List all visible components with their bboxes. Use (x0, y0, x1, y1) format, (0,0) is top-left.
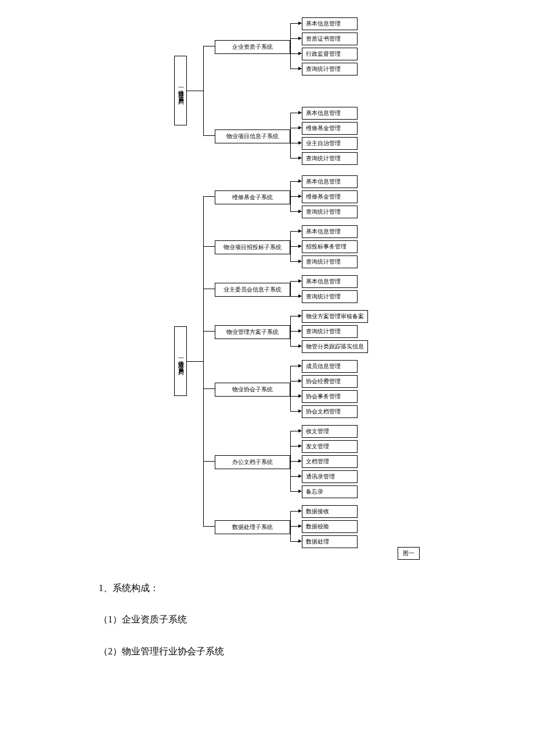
org-diagram: 基本信息管理资质证书管理行政监督管理查询统计管理企业资质子系统基本信息管理维修基… (174, 17, 499, 568)
mid-5: 物业管理方案子系统 (215, 325, 290, 339)
leaf-g0-2: 行政监督管理 (302, 48, 358, 60)
leaf-g2-1: 维修基金管理 (302, 190, 358, 203)
leaf-g8-2: 数据处理 (302, 535, 358, 548)
leaf-g2-0: 基本信息管理 (302, 175, 358, 188)
leaf-g1-1: 维修基金管理 (302, 122, 358, 135)
leaf-g7-3: 通讯录管理 (302, 470, 358, 483)
mid-3: 物业项目招投标子系统 (215, 240, 290, 254)
leaf-g6-2: 协会事务管理 (302, 390, 358, 403)
mid-7: 办公文档子系统 (215, 455, 290, 469)
caption: 图一 (398, 547, 420, 560)
leaf-g1-2: 业主自治管理 (302, 137, 358, 150)
mid-0: 企业资质子系统 (215, 40, 290, 54)
leaf-g8-1: 数据校验 (302, 520, 358, 533)
leaf-g3-2: 查询统计管理 (302, 255, 358, 268)
mid-8: 数据处理子系统 (215, 520, 290, 534)
item-2: （2）物业管理行业协会子系统 (99, 640, 534, 663)
leaf-g1-3: 查询统计管理 (302, 152, 358, 165)
leaf-g1-0: 基本信息管理 (302, 107, 358, 120)
leaf-g7-4: 备忘录 (302, 485, 358, 498)
leaf-g5-1: 查询统计管理 (302, 325, 358, 338)
leaf-g6-0: 成员信息管理 (302, 360, 358, 373)
leaf-g0-3: 查询统计管理 (302, 63, 358, 75)
leaf-g6-1: 协会经费管理 (302, 375, 358, 388)
leaf-g7-0: 收文管理 (302, 425, 358, 438)
root-0: 一级管理台（市房产局） (174, 56, 187, 125)
leaf-g6-3: 协会文档管理 (302, 405, 358, 418)
mid-2: 维修基金子系统 (215, 190, 290, 204)
leaf-g8-0: 数据接收 (302, 505, 358, 518)
item-1: （1）企业资质子系统 (99, 609, 534, 631)
leaf-g7-1: 发文管理 (302, 440, 358, 453)
leaf-g0-0: 基本信息管理 (302, 17, 358, 30)
leaf-g5-2: 物管分类跟踪落实信息 (302, 340, 368, 353)
heading-system: 1、系统构成： (99, 577, 534, 599)
mid-1: 物业项目信息子系统 (215, 129, 290, 143)
leaf-g7-2: 文档管理 (302, 455, 358, 468)
leaf-g4-0: 基本信息管理 (302, 275, 358, 288)
leaf-g3-1: 招投标事务管理 (302, 240, 358, 253)
leaf-g5-0: 物业方案管理审核备案 (302, 310, 368, 323)
mid-4: 业主委员会信息子系统 (215, 283, 290, 297)
root-1: 一级管理台（市房产局） (174, 326, 187, 396)
mid-6: 物业协会子系统 (215, 383, 290, 397)
leaf-g4-1: 查询统计管理 (302, 290, 358, 303)
leaf-g2-2: 查询统计管理 (302, 206, 358, 218)
body-text: 1、系统构成： （1）企业资质子系统 （2）物业管理行业协会子系统 (99, 577, 534, 663)
leaf-g3-0: 基本信息管理 (302, 225, 358, 238)
leaf-g0-1: 资质证书管理 (302, 33, 358, 45)
